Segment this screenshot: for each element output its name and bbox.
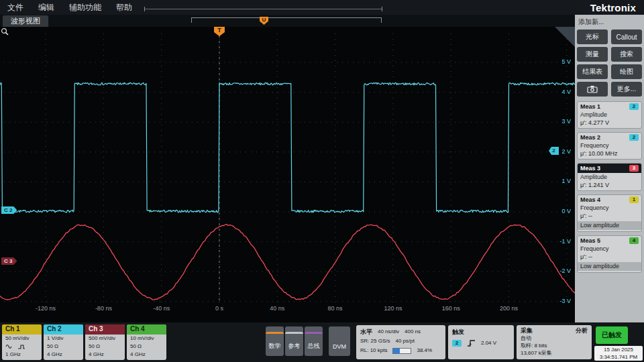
meas1-name: Meas 1 [580,103,600,110]
ch4-bandwidth: 4 GHz [127,351,166,359]
ref-button[interactable]: 参考 [285,326,303,356]
acquisition-overview-line [144,9,382,9]
dvm-button[interactable]: DVM [329,326,350,356]
ch2-termination: 50 Ω [44,343,83,351]
meas5-warning: Low amplitude [578,262,641,271]
horizontal-badge[interactable]: 水平 40 ns/div 400 ns SR: 25 GS/s 40 ps/pt… [356,325,445,359]
trigger-title: 触发 [452,327,464,337]
meas3-type: Amplitude [578,173,641,181]
add-new-label: 添加新... [578,17,642,27]
meas1-value: μ': 4.277 V [578,119,641,127]
results-table-button[interactable]: 结果表 [577,64,608,79]
menu-help[interactable]: 帮助 [109,0,140,15]
ch2-badge[interactable]: Ch 2 1 V/div 50 Ω 4 GHz [44,324,83,360]
ch1-coupling-row [2,343,42,351]
menu-bar: 文件 编辑 辅助功能 帮助 Tektronix [0,0,644,15]
meas1-type: Amplitude [578,111,641,119]
ch1-name: Ch 1 [2,324,42,335]
ch3-badge[interactable]: Ch 3 500 mV/div 50 Ω 4 GHz [85,324,125,360]
settings-bar: Ch 1 50 mV/div 1 GHz Ch 2 1 V/div 50 Ω 4… [0,322,644,362]
add-new-button-grid: 光标 Callout 测量 搜索 结果表 绘图 更多... [577,29,642,97]
horizontal-window: 400 ns [405,327,421,337]
zoom-corner-handle[interactable] [555,27,575,47]
magnifier-icon [0,27,9,36]
menu-utility[interactable]: 辅助功能 [62,0,109,15]
ch3-scale: 500 mV/div [85,335,125,343]
cursor-button[interactable]: 光标 [577,29,608,44]
analysis-label[interactable]: 分析 [576,326,588,335]
meas3-name: Meas 3 [580,165,600,172]
meas4-type: Frequency [578,204,641,212]
meas3-value: μ': 1.241 V [578,181,641,189]
ch1-scale: 50 mV/div [2,335,42,343]
source-channel-chip: 4 [629,237,639,244]
ch4-name: Ch 4 [127,324,166,335]
menu-edit[interactable]: 编辑 [31,0,62,15]
graticule-and-traces [0,27,575,322]
resolution: 40 ps/pt [395,337,414,346]
ch2-name: Ch 2 [44,324,83,335]
meas2-value: μ': 10.00 MHz [578,149,641,158]
math-button[interactable]: 数学 [266,326,284,356]
rising-edge-icon [467,339,476,347]
meas4-value: μ': -- [578,212,641,220]
meas4-badge[interactable]: Meas 4 1 Frequency μ': -- Low amplitude [577,194,642,232]
math-accent [266,332,284,334]
sample-bits: 取样: 8 bits [521,342,547,349]
waveform-display[interactable]: T C 2 C 3 2 5 V4 V3 V2 V1 V0 V-1 V-2 V-3… [0,27,575,322]
measurement-stack: Meas 1 2 Amplitude μ': 4.277 V Meas 2 2 … [577,101,642,273]
tektronix-logo: Tektronix [590,2,644,13]
sine-wave-trace [0,225,575,300]
meas2-badge[interactable]: Meas 2 2 Frequency μ': 10.00 MHz [577,132,642,160]
measure-button[interactable]: 测量 [577,47,608,62]
source-channel-chip: 3 [629,165,639,172]
meas1-badge[interactable]: Meas 1 2 Amplitude μ': 4.277 V [577,101,642,129]
ch3-bandwidth: 4 GHz [85,351,125,359]
ref-accent [285,332,303,334]
record-progress-bar [392,348,411,354]
ch1-bandwidth: 1 GHz [2,351,42,359]
record-length: RL: 10 kpts [360,346,387,355]
trigger-badge[interactable]: 触发 2 2.04 V [448,325,514,359]
trigger-level-value: 2.04 V [481,339,496,348]
callout-button[interactable]: Callout [611,29,642,44]
meas4-name: Meas 4 [580,196,600,203]
square-wave-trace [0,82,575,213]
ch2-scale: 1 V/div [44,335,83,343]
source-channel-chip: 1 [629,196,639,203]
datetime-display[interactable]: 15 Jan 2025 3:34:51.741 PM [594,346,643,361]
acquisition-count: 13,607 k采集 [521,349,552,357]
ch4-termination: 50 Ω [127,343,166,351]
meas5-badge[interactable]: Meas 5 4 Frequency μ': -- Low amplitude [577,235,642,273]
meas3-badge[interactable]: Meas 3 3 Amplitude μ': 1.241 V [577,163,642,191]
trigger-source-chip: 2 [452,340,462,347]
coupling-icon [5,344,13,349]
bus-accent [305,332,323,334]
acquisition-badge[interactable]: 采集 分析 自动 取样: 8 bits 13,607 k采集 [517,325,592,359]
horizontal-title: 水平 [360,327,372,337]
camera-icon [587,85,598,93]
search-button[interactable]: 搜索 [611,47,642,62]
time-value: 3:34:51.741 PM [594,353,643,361]
source-channel-chip: 2 [629,103,639,110]
source-channel-chip: 2 [629,134,639,141]
right-panel: 添加新... 光标 Callout 测量 搜索 结果表 绘图 更多... Mea… [575,15,644,322]
plot-button[interactable]: 绘图 [611,64,642,79]
menu-file[interactable]: 文件 [0,0,31,15]
meas5-type: Frequency [578,245,641,253]
screenshot-button[interactable] [577,82,608,97]
termination-icon [17,344,25,349]
ch3-termination: 50 Ω [85,343,125,351]
record-percent: 38.4% [417,346,432,355]
ch2-bandwidth: 4 GHz [44,351,83,359]
ch4-scale: 10 mV/div [127,335,166,343]
meas5-name: Meas 5 [580,237,600,244]
acquisition-title: 采集 [521,326,533,335]
more-button[interactable]: 更多... [611,82,642,97]
ch3-name: Ch 3 [85,324,125,335]
waveform-view-tab[interactable]: 波形视图 [3,15,48,27]
ch1-badge[interactable]: Ch 1 50 mV/div 1 GHz [2,324,42,360]
waveview-pan-bracket[interactable] [191,17,382,23]
bus-button[interactable]: 总线 [305,326,323,356]
ch4-badge[interactable]: Ch 4 10 mV/div 50 Ω 4 GHz [127,324,166,360]
